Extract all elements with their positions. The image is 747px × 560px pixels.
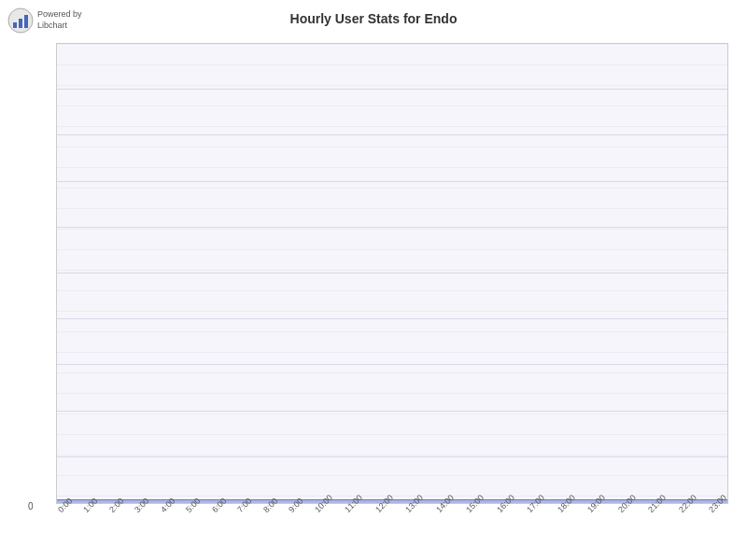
grid-line — [57, 364, 727, 365]
libchart-logo-icon — [7, 7, 34, 34]
grid-line — [57, 181, 727, 182]
grid-line — [57, 456, 727, 457]
svg-rect-2 — [19, 19, 22, 28]
grid-lines — [57, 44, 727, 503]
svg-rect-3 — [24, 15, 28, 28]
svg-rect-1 — [13, 22, 17, 28]
y-axis-zero-label: 0 — [28, 501, 34, 511]
chart-plot-area — [56, 43, 728, 504]
x-axis: 0:001:002:003:004:005:006:007:008:009:00… — [56, 504, 728, 551]
powered-by-text: Powered by Libchart — [37, 9, 82, 31]
grid-line — [57, 134, 727, 135]
grid-line — [57, 227, 727, 228]
grid-line — [57, 273, 727, 273]
grid-line — [57, 89, 727, 90]
chart-title: Hourly User Stats for Endo — [0, 0, 747, 30]
grid-line — [57, 411, 727, 412]
grid-line — [57, 43, 727, 44]
powered-by-section: Powered by Libchart — [7, 7, 82, 34]
grid-line — [57, 318, 727, 319]
